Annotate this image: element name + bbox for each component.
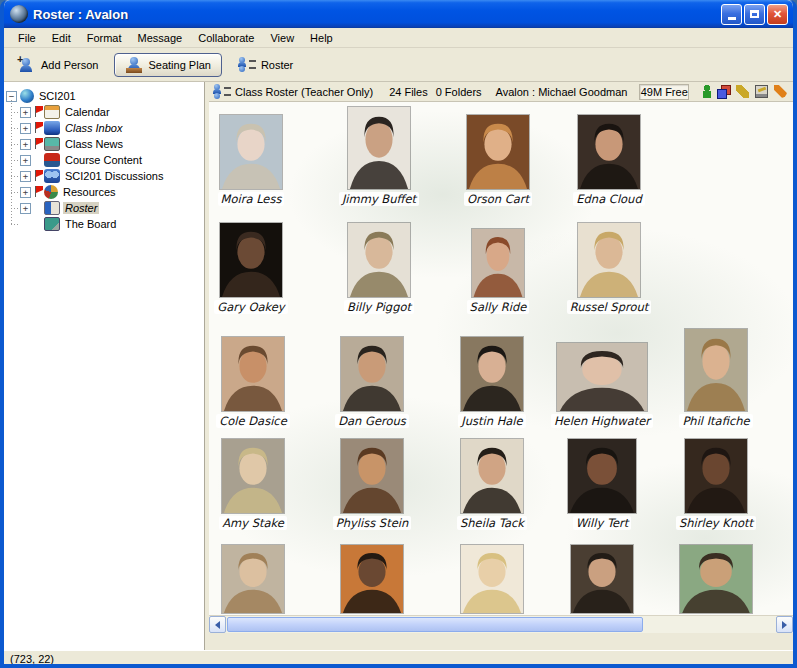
expand-icon[interactable]: + — [20, 203, 31, 214]
minimize-button[interactable] — [721, 4, 742, 25]
student-card[interactable]: Gary Oakey — [209, 222, 293, 314]
maximize-icon — [750, 10, 759, 18]
menu-file[interactable]: File — [10, 30, 44, 46]
tree-item-resources[interactable]: + Resources — [20, 184, 204, 200]
permissions-icon[interactable] — [717, 85, 730, 98]
expand-icon[interactable]: + — [20, 187, 31, 198]
signature-pen-icon[interactable] — [774, 85, 787, 98]
student-card[interactable]: Jimmy Buffet — [337, 106, 421, 206]
menu-edit[interactable]: Edit — [44, 30, 79, 46]
student-card[interactable]: Megan Bacon — [211, 544, 295, 615]
expand-icon[interactable]: + — [20, 155, 31, 166]
maximize-button[interactable] — [744, 4, 765, 25]
roster-tree-icon — [44, 201, 60, 215]
student-name: Russel Sprout — [567, 300, 652, 314]
main-split: − SCI201 + Calendar + Class Inbox — [4, 82, 793, 650]
student-photo — [684, 328, 748, 412]
scroll-right-button[interactable] — [776, 616, 793, 633]
course-content-icon — [44, 153, 60, 167]
student-card[interactable]: Billy Piggot — [337, 222, 421, 314]
student-card[interactable]: Willy Tert — [560, 438, 644, 530]
student-card[interactable]: Justin Hale — [450, 336, 534, 428]
unread-flag-icon — [34, 138, 43, 149]
roster-row: Amy Stake Phyliss Stein Sheila Tack Will… — [209, 438, 793, 530]
calendar-icon — [44, 105, 60, 119]
student-card[interactable]: Aydon Marquis — [674, 544, 758, 615]
student-card[interactable]: Helen Highwater — [560, 342, 644, 428]
student-card[interactable]: Phil Itafiche — [674, 328, 758, 428]
student-card[interactable]: Dee Zaster — [450, 544, 534, 615]
horizontal-scrollbar[interactable] — [209, 615, 793, 633]
tree-item-the-board[interactable]: The Board — [20, 216, 204, 232]
seating-plan-label: Seating Plan — [148, 59, 210, 71]
app-logo-icon — [10, 5, 28, 23]
student-photo — [221, 544, 285, 614]
student-photo — [219, 114, 283, 190]
menu-message[interactable]: Message — [130, 30, 191, 46]
student-photo — [460, 544, 524, 614]
tree-item-roster[interactable]: + Roster — [20, 200, 204, 216]
menu-collaborate[interactable]: Collaborate — [190, 30, 262, 46]
tree-label-the-board: The Board — [63, 218, 118, 230]
expand-icon[interactable]: + — [20, 171, 31, 182]
student-photo — [556, 342, 648, 412]
tree-item-calendar[interactable]: + Calendar — [20, 104, 204, 120]
unread-flag-icon — [34, 106, 43, 117]
expand-icon[interactable]: + — [20, 107, 31, 118]
student-photo — [340, 544, 404, 614]
sidebar-tree: − SCI201 + Calendar + Class Inbox — [4, 82, 205, 650]
scroll-left-button[interactable] — [209, 616, 226, 633]
app-window: Roster : Avalon ✕ File Edit Format Messa… — [0, 0, 797, 668]
student-card[interactable]: Phyliss Stein — [330, 438, 414, 530]
close-button[interactable]: ✕ — [767, 4, 788, 25]
student-name: Orson Cart — [464, 192, 532, 206]
student-card[interactable]: Cole Dasice — [211, 336, 295, 428]
expand-icon[interactable]: + — [20, 123, 31, 134]
student-card[interactable]: Dan Gerous — [330, 336, 414, 428]
student-photo — [460, 438, 524, 514]
tree-item-class-news[interactable]: + Class News — [20, 136, 204, 152]
content-pane: Class Roster (Teacher Only) 24 Files 0 F… — [209, 82, 793, 650]
seating-plan-button[interactable]: Seating Plan — [114, 53, 221, 77]
roster-button[interactable]: Roster — [238, 57, 293, 73]
scrollbar-thumb[interactable] — [227, 617, 643, 632]
online-person-icon[interactable] — [703, 85, 711, 98]
expand-icon[interactable]: + — [20, 139, 31, 150]
student-card[interactable]: Amy Stake — [211, 438, 295, 530]
toolbar: + Add Person Seating Plan Roster — [4, 48, 793, 82]
student-photo — [221, 438, 285, 514]
menu-view[interactable]: View — [262, 30, 302, 46]
student-name: Moira Less — [218, 192, 285, 206]
student-card[interactable]: Sally Ride — [456, 228, 540, 314]
tree-item-sci201[interactable]: − SCI201 — [6, 88, 204, 104]
student-name: Sheila Tack — [457, 516, 527, 530]
edit-pencil-icon[interactable] — [736, 85, 749, 98]
unread-flag-icon — [34, 186, 43, 197]
cursor-coordinates: (723, 22) — [10, 653, 54, 665]
menu-format[interactable]: Format — [79, 30, 130, 46]
menu-help[interactable]: Help — [302, 30, 341, 46]
student-name: Phyliss Stein — [333, 516, 411, 530]
student-card[interactable]: Moira Less — [209, 114, 293, 206]
student-photo — [570, 544, 634, 614]
add-person-button[interactable]: + Add Person — [18, 57, 98, 73]
student-name: Willy Tert — [573, 516, 632, 530]
student-card[interactable]: Shirley Knott — [674, 438, 758, 530]
course-globe-icon — [20, 89, 34, 103]
tree-item-course-content[interactable]: + Course Content — [20, 152, 204, 168]
student-card[interactable]: Edna Cloud — [567, 114, 651, 206]
window-title: Roster : Avalon — [33, 7, 721, 22]
student-card[interactable]: Laura Norder — [560, 544, 644, 615]
student-card[interactable]: Orson Cart — [456, 114, 540, 206]
student-card[interactable]: Sheila Tack — [450, 438, 534, 530]
student-card[interactable]: Russel Sprout — [567, 222, 651, 314]
tree-label-sci201: SCI201 — [37, 90, 78, 102]
approve-stamp-icon[interactable] — [755, 85, 768, 98]
student-card[interactable]: Sam Widge — [330, 544, 414, 615]
header-status-icons — [703, 85, 787, 98]
server-user: Avalon : Michael Goodman — [496, 86, 628, 98]
roster-header-icon — [213, 84, 229, 99]
student-name: Billy Piggot — [344, 300, 414, 314]
tree-item-class-inbox[interactable]: + Class Inbox — [20, 120, 204, 136]
tree-item-discussions[interactable]: + SCI201 Discussions — [20, 168, 204, 184]
